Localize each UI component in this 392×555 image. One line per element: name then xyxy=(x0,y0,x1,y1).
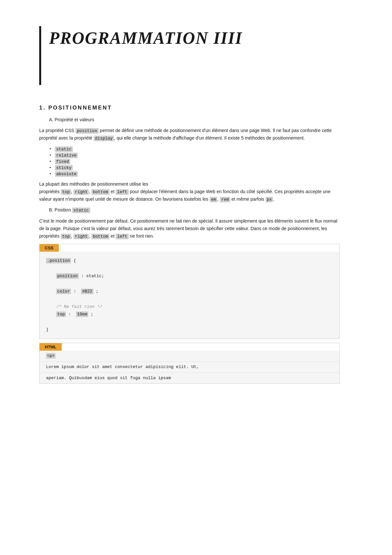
section-heading-1: 1. POSITIONNEMENT xyxy=(39,105,340,111)
b1-c2: , xyxy=(89,233,91,239)
code-left-b: left xyxy=(116,234,128,239)
code-sticky: sticky xyxy=(55,165,73,171)
code-rem: rem xyxy=(220,197,230,202)
code-static: static xyxy=(55,146,73,152)
code-prop1: position xyxy=(56,273,78,279)
html-tab: HTML xyxy=(40,343,62,351)
code-selector: .position { position : static; color : #… xyxy=(46,258,104,332)
html-tag: <p> xyxy=(46,353,56,359)
code-absolute: absolute xyxy=(55,171,78,177)
text-et: et xyxy=(109,189,116,194)
code-bottom: bottom xyxy=(91,189,109,195)
title-bar xyxy=(39,26,41,85)
body-text-a1: La propriété CSS position permet de défi… xyxy=(39,127,340,142)
code-right: right xyxy=(74,189,89,195)
text-a2-2: propriétés xyxy=(39,189,61,194)
list-item-static: static xyxy=(49,146,340,152)
code-position: position xyxy=(75,128,98,134)
positioning-methods-list: static relative fixed sticky absolute xyxy=(49,146,340,177)
html-code-block: <p> Lorem ipsum dolor sit amet consectet… xyxy=(40,351,339,383)
list-item-absolute: absolute xyxy=(49,171,340,177)
code-bottom-b: bottom xyxy=(91,234,109,239)
code-prop4: top xyxy=(56,311,66,317)
text-and: et même parfois xyxy=(230,196,266,202)
css-code-block: .position { position : static; color : #… xyxy=(40,252,339,339)
body-text-a2: La plupart des méthodes de positionnemen… xyxy=(39,180,340,203)
subsection-a-heading: A. Propriété et valeurs xyxy=(49,117,340,122)
list-item-relative: relative xyxy=(49,152,340,159)
html-line-2: aperiam. Quibusdam eius quod sit fuga nu… xyxy=(40,373,339,384)
code-selector-text: .position xyxy=(46,258,71,263)
code-left: left xyxy=(116,189,128,195)
text-a2-end: . xyxy=(273,196,274,202)
html-line-tag: <p> xyxy=(40,351,339,362)
code-val2: #B22 xyxy=(81,289,93,294)
text-a1-before: La propriété CSS xyxy=(39,128,75,133)
page-title: PROGRAMMATION IIII xyxy=(49,26,242,47)
code-px: px xyxy=(266,197,273,202)
list-item-fixed: fixed xyxy=(49,159,340,165)
list-item-sticky: sticky xyxy=(49,165,340,171)
b1-end: ne font rien. xyxy=(129,233,154,239)
code-static-b: static xyxy=(72,208,90,213)
html-line-1: Lorem ipsum dolor sit amet consectetur a… xyxy=(40,362,339,373)
page-container: PROGRAMMATION IIII 1. POSITIONNEMENT A. … xyxy=(39,26,340,384)
title-section: PROGRAMMATION IIII xyxy=(39,26,340,85)
comma3: , xyxy=(217,196,220,202)
comma2: , xyxy=(89,189,91,194)
html-code-block-wrapper: HTML <p> Lorem ipsum dolor sit amet cons… xyxy=(39,343,340,384)
css-code-block-wrapper: CSS .position { position : static; color… xyxy=(39,244,340,339)
body-text-b1: C'est le mode de positionnement par défa… xyxy=(39,217,340,240)
code-em: em xyxy=(210,197,218,202)
code-relative: relative xyxy=(55,153,78,158)
code-right-b: right xyxy=(74,234,89,239)
code-prop2: color xyxy=(56,289,71,294)
css-tab: CSS xyxy=(40,244,59,252)
subsection-b-label: B. Position xyxy=(49,207,71,212)
code-display: display xyxy=(94,136,114,141)
text-a2-1: La plupart des méthodes de positionnemen… xyxy=(39,181,148,187)
code-val4: 10em xyxy=(76,311,88,317)
code-comment: /* Ne fait rien */ xyxy=(56,304,102,309)
b1-et: et xyxy=(109,233,116,239)
code-top: top xyxy=(61,189,71,195)
text-a1-end: , qui elle change la méthode d'affichage… xyxy=(114,135,305,141)
subsection-b-heading: B. Position static xyxy=(49,207,340,213)
code-fixed: fixed xyxy=(55,159,70,164)
code-top-b: top xyxy=(61,234,71,239)
